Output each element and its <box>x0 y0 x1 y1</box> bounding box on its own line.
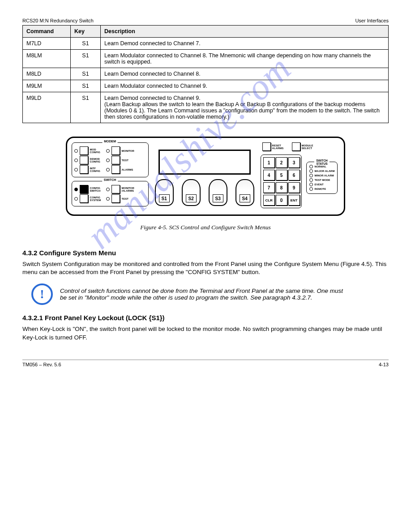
led-icon <box>106 188 110 191</box>
softkey-s3[interactable]: S3 <box>209 179 227 206</box>
important-icon: ! <box>31 283 53 305</box>
header-left: RCS20 M:N Redundancy Switch <box>22 18 94 23</box>
key-9[interactable]: 9 <box>288 182 300 193</box>
key-3[interactable]: 3 <box>288 157 300 168</box>
config-system-button[interactable] <box>80 194 88 203</box>
key-4[interactable]: 4 <box>263 170 275 180</box>
footer-page: 4-13 <box>379 362 389 367</box>
key-6[interactable]: 6 <box>288 170 300 180</box>
key-7[interactable]: 7 <box>263 182 275 193</box>
th-key: Key <box>71 26 101 38</box>
th-cmd: Command <box>23 26 71 38</box>
key-1[interactable]: 1 <box>263 157 275 168</box>
table-row: M8LM S1 Learn Modulator connected to Cha… <box>23 50 389 68</box>
note-text: Control of switch functions cannot be do… <box>60 287 345 301</box>
key-ent[interactable]: ENT <box>288 195 300 206</box>
numeric-keypad: 1 2 3 4 5 6 7 8 9 CLR 0 ENT <box>261 154 302 208</box>
note-block: ! Control of switch functions cannot be … <box>31 283 345 305</box>
led-icon <box>74 188 78 191</box>
figure-caption: Figure 4-5. SCS Control and Configure Sw… <box>22 224 389 231</box>
module-select-button[interactable] <box>292 142 300 151</box>
command-table: Command Key Description M7LD S1 Learn De… <box>22 25 389 123</box>
monitor-alarms-button[interactable] <box>111 185 120 193</box>
led-icon <box>106 159 110 162</box>
demod-config-button[interactable] <box>80 156 88 164</box>
key-2[interactable]: 2 <box>276 157 287 168</box>
table-row: M7LD S1 Learn Demod connected to Channel… <box>23 38 389 50</box>
intf-config-button[interactable] <box>80 165 88 174</box>
led-icon <box>106 197 110 201</box>
reset-alarms-button[interactable] <box>262 142 271 151</box>
config-switch-button[interactable] <box>80 185 88 193</box>
key-clr[interactable]: CLR <box>263 195 275 206</box>
body-config-system: Switch System Configuration may be monit… <box>22 260 389 276</box>
led-icon <box>309 169 313 173</box>
mod-config-button[interactable] <box>80 146 88 155</box>
alarms-button[interactable] <box>111 165 120 174</box>
led-icon <box>106 168 110 172</box>
display-screen <box>158 150 251 175</box>
page-footer: TM056 – Rev. 5.6 4-13 <box>22 360 389 367</box>
table-row: M8LD S1 Learn Demod connected to Channel… <box>23 68 389 80</box>
test-button[interactable] <box>111 156 120 164</box>
switch-status-box: SWITCH STATUS NORMAL MAJOR ALARM MINOR A… <box>306 162 338 194</box>
test-switch-button[interactable] <box>111 194 120 203</box>
table-row: M9LD S1 Learn Demod connected to Channel… <box>23 92 389 123</box>
key-5[interactable]: 5 <box>276 170 287 180</box>
key-8[interactable]: 8 <box>276 182 287 193</box>
table-row: M9LM S1 Learn Modulator connected to Cha… <box>23 80 389 92</box>
heading-key-lockout: 4.3.2.1 Front Panel Key Lockout (LOCK {S… <box>22 314 389 322</box>
softkey-s4[interactable]: S4 <box>235 179 254 206</box>
modem-group: MODEM MOD CONFIG MONITOR DEMOD CONFIG <box>72 142 149 177</box>
led-icon <box>309 178 313 182</box>
monitor-button[interactable] <box>111 146 120 155</box>
led-icon <box>106 149 110 153</box>
front-panel-diagram: MODEM MOD CONFIG MONITOR DEMOD CONFIG <box>22 137 389 216</box>
header-right: User Interfaces <box>355 18 389 23</box>
led-icon <box>309 174 313 177</box>
led-icon <box>74 149 78 153</box>
body-key-lockout: When Key-Lock is "ON", the switch front … <box>22 325 389 341</box>
led-icon <box>309 165 313 168</box>
led-icon <box>74 159 78 162</box>
led-icon <box>74 197 78 201</box>
softkey-s1[interactable]: S1 <box>155 179 174 206</box>
key-0[interactable]: 0 <box>276 195 287 206</box>
switch-group: SWITCH CONFIG SWITCH MONITOR /ALARMS CON… <box>72 181 149 206</box>
led-icon <box>309 187 313 191</box>
led-icon <box>74 168 78 172</box>
heading-config-system: 4.3.2 Configure System Menu <box>22 249 389 257</box>
softkey-s2[interactable]: S2 <box>182 179 201 206</box>
footer-docnum: TM056 – Rev. 5.6 <box>22 362 61 367</box>
th-desc: Description <box>101 26 389 38</box>
led-icon <box>309 183 313 186</box>
